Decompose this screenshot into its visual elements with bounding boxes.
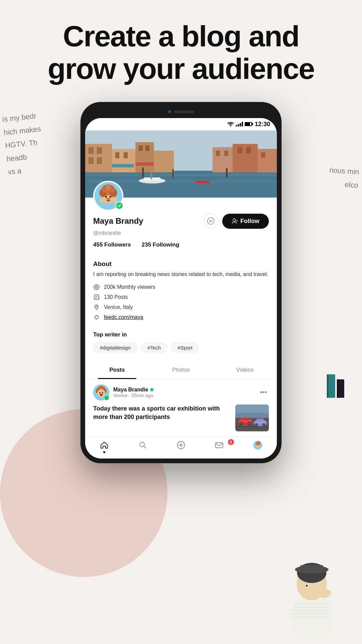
nav-item-home[interactable]: [85, 440, 123, 453]
about-title: About: [93, 260, 269, 268]
viewers-icon: [93, 284, 100, 290]
svg-rect-90: [235, 426, 269, 427]
svg-rect-33: [226, 168, 228, 177]
follow-button[interactable]: Follow: [222, 214, 269, 229]
svg-rect-51: [106, 199, 111, 200]
post-author-info: Maya Brandie Venice · 25min ago: [93, 384, 154, 400]
svg-rect-32: [172, 169, 174, 177]
nav-item-search[interactable]: [123, 440, 162, 453]
svg-point-58: [96, 286, 97, 287]
post-content: Today there was a sports car exhibition …: [93, 405, 269, 431]
following-stat: 235 Following: [141, 241, 179, 248]
verified-badge: [115, 202, 123, 210]
nav-item-add[interactable]: [162, 440, 200, 453]
about-text: I am reporting on breaking news stories …: [93, 270, 269, 278]
svg-point-54: [207, 218, 214, 224]
tag-digitaldesign[interactable]: #digitaldesign: [93, 342, 137, 353]
svg-rect-22: [224, 151, 228, 156]
tag-sport[interactable]: #Sport: [171, 342, 199, 353]
svg-rect-92: [235, 413, 269, 418]
post-meta: Venice · 25min ago: [113, 393, 154, 398]
profile-handle: @mbrandie: [93, 230, 269, 236]
svg-rect-18: [213, 147, 233, 172]
phone-screen: 12:30: [85, 118, 277, 459]
followers-count: 455: [93, 241, 103, 248]
svg-rect-16: [139, 146, 143, 151]
link-icon: [93, 314, 100, 321]
posts-item: 130 Posts: [93, 294, 269, 301]
svg-rect-13: [97, 157, 102, 164]
svg-line-94: [144, 446, 146, 448]
svg-rect-3: [85, 174, 277, 176]
svg-point-70: [97, 389, 105, 397]
profile-actions: Follow: [203, 214, 269, 229]
svg-rect-19: [233, 144, 258, 172]
svg-rect-20: [258, 149, 277, 172]
posts-icon: [93, 294, 100, 301]
post-title: Today there was a sports car exhibition …: [93, 405, 230, 421]
post-thumbnail: [235, 405, 269, 431]
svg-rect-31: [142, 167, 144, 177]
following-count: 235: [141, 241, 151, 248]
location-item: Venice, Italy: [93, 304, 269, 311]
phone-camera: [168, 110, 171, 113]
svg-point-115: [318, 588, 325, 593]
svg-point-45: [100, 191, 103, 195]
phone-notch-bar: [85, 107, 277, 117]
svg-rect-10: [88, 147, 94, 154]
post-author-verified-badge: [104, 395, 109, 400]
status-icons: [227, 122, 252, 127]
mail-badge: 3: [228, 439, 234, 445]
svg-marker-35: [112, 164, 134, 167]
profile-name: Maya Brandy: [93, 216, 143, 226]
location-text: Venice, Italy: [104, 304, 133, 310]
tag-tech[interactable]: #Tech: [141, 342, 168, 353]
svg-rect-12: [88, 157, 94, 164]
tab-videos[interactable]: Videos: [213, 361, 277, 379]
nav-item-profile[interactable]: [239, 440, 277, 453]
post-author-row: Maya Brandie Venice · 25min ago •••: [93, 384, 269, 400]
profile-nav-icon: [253, 440, 262, 450]
svg-point-81: [240, 423, 242, 425]
svg-rect-84: [255, 421, 266, 424]
svg-point-113: [306, 585, 308, 587]
website-link[interactable]: feedc.com/maya: [104, 314, 143, 320]
about-section: About I am reporting on breaking news st…: [85, 260, 277, 326]
posts-text: 130 Posts: [104, 294, 128, 300]
svg-point-43: [106, 184, 111, 191]
signal-icon: [236, 122, 243, 126]
post-author-name: Maya Brandie: [113, 387, 154, 393]
svg-rect-15: [124, 152, 128, 158]
svg-point-72: [102, 392, 103, 393]
avatar-container: [93, 181, 123, 211]
website-item: feedc.com/maya: [93, 314, 269, 321]
svg-rect-4: [85, 177, 277, 178]
svg-point-88: [256, 424, 257, 425]
svg-rect-8: [135, 142, 154, 172]
svg-rect-9: [154, 151, 174, 172]
svg-point-101: [256, 441, 260, 445]
mail-icon: [215, 440, 224, 450]
svg-point-47: [113, 191, 117, 195]
message-button[interactable]: [203, 214, 218, 228]
svg-rect-24: [246, 147, 251, 153]
svg-rect-28: [150, 172, 152, 179]
svg-point-52: [100, 198, 105, 203]
post-more-button[interactable]: •••: [258, 387, 269, 398]
profile-section: Maya Brandy: [85, 198, 277, 260]
post-card: Maya Brandie Venice · 25min ago •••: [85, 379, 277, 437]
viewers-text: 200k Monthly viewers: [104, 284, 156, 290]
profile-name-row: Maya Brandy: [93, 214, 269, 229]
follow-icon: [232, 218, 238, 224]
nav-item-mail[interactable]: 3: [200, 440, 238, 453]
wifi-icon: [227, 122, 234, 127]
svg-point-64: [96, 306, 97, 307]
battery-fill: [245, 123, 250, 125]
svg-rect-111: [300, 565, 323, 571]
headline-text: Create a blog and grow your audience: [27, 20, 335, 85]
bottom-nav: 3: [85, 437, 277, 459]
tab-photos[interactable]: Photos: [149, 361, 213, 379]
svg-rect-23: [238, 147, 242, 153]
tab-posts[interactable]: Posts: [85, 361, 149, 379]
svg-point-48: [105, 196, 107, 198]
